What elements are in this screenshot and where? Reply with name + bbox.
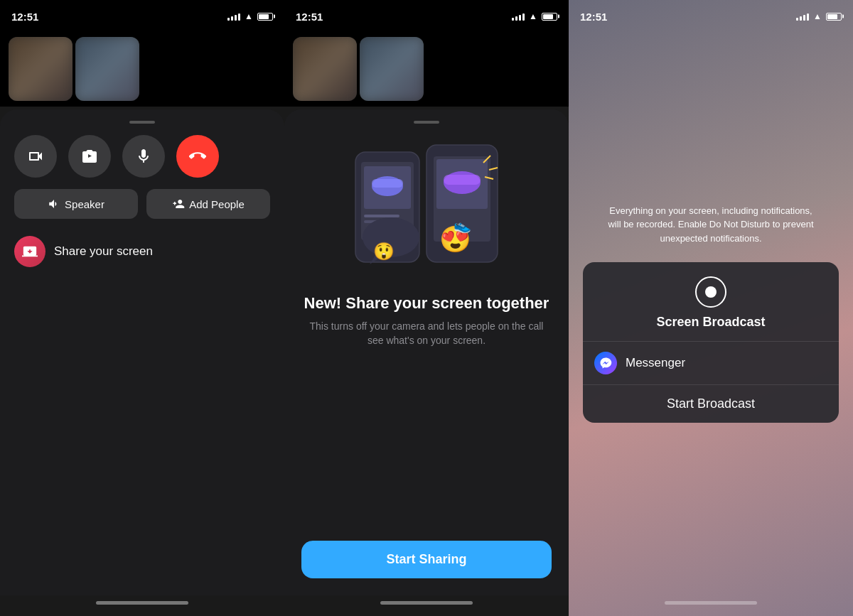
speaker-icon	[48, 198, 60, 210]
flip-camera-icon	[81, 148, 98, 165]
record-icon	[695, 276, 726, 308]
wifi-icon-3: ▲	[813, 11, 822, 21]
screen-broadcast-label: Screen Broadcast	[656, 315, 765, 330]
drag-handle	[129, 121, 155, 124]
thumbnail-1	[9, 37, 73, 101]
signal-icon-3	[796, 12, 809, 21]
add-people-label: Add People	[189, 198, 245, 210]
add-people-icon	[172, 198, 185, 210]
end-call-icon	[189, 148, 206, 165]
video-icon	[27, 148, 44, 165]
speaker-label: Speaker	[65, 198, 104, 210]
share-screen-label: Share your screen	[54, 244, 153, 259]
video-thumbnails-2	[284, 31, 569, 107]
home-indicator-3	[569, 595, 853, 616]
status-icons-2: ▲	[512, 11, 557, 21]
share-icon	[22, 244, 38, 259]
messenger-label: Messenger	[626, 356, 685, 370]
svg-rect-11	[444, 175, 481, 185]
share-screen-row[interactable]: Share your screen	[14, 230, 270, 273]
broadcast-content: Everything on your screen, including not…	[569, 31, 853, 595]
signal-icon	[227, 12, 240, 21]
svg-text:👟: 👟	[454, 217, 471, 234]
drag-handle-2	[414, 121, 439, 124]
microphone-icon	[135, 148, 152, 165]
time-2: 12:51	[296, 11, 323, 23]
messenger-logo-icon	[599, 357, 612, 369]
broadcast-menu: Screen Broadcast Messenger Start Broadca…	[583, 262, 839, 423]
status-bar-2: 12:51 ▲	[284, 0, 569, 31]
share-title: New! Share your screen together	[304, 294, 549, 313]
broadcast-info-text: Everything on your screen, including not…	[583, 204, 839, 246]
action-buttons-row: Speaker Add People	[14, 189, 270, 219]
svg-rect-4	[372, 179, 403, 188]
status-bar-1: 12:51 ▲	[0, 0, 284, 31]
home-indicator-1	[0, 595, 284, 616]
video-button[interactable]	[14, 135, 57, 178]
status-bar-3: 12:51 ▲	[569, 0, 853, 31]
flip-camera-button[interactable]	[68, 135, 111, 178]
messenger-icon	[594, 352, 617, 374]
thumbnail-2	[75, 37, 139, 101]
messenger-item[interactable]: Messenger	[583, 342, 839, 385]
panel-2: 12:51 ▲	[284, 0, 569, 616]
battery-icon	[257, 13, 273, 21]
add-people-button[interactable]: Add People	[146, 189, 270, 219]
thumbnail-4	[360, 37, 424, 101]
start-sharing-button[interactable]: Start Sharing	[301, 541, 552, 578]
wifi-icon: ▲	[245, 11, 253, 21]
signal-icon-2	[512, 12, 525, 21]
status-icons-3: ▲	[796, 11, 842, 21]
share-screen-icon	[14, 236, 45, 267]
end-call-button[interactable]	[176, 135, 219, 178]
thumbnail-3	[293, 37, 357, 101]
illustration-svg: 😍 😲 👟	[334, 138, 519, 280]
call-controls: Speaker Add People Share your screen	[0, 109, 284, 595]
wifi-icon-2: ▲	[529, 11, 537, 21]
share-screen-content: 😍 😲 👟 New! Share your screen together Th…	[284, 109, 569, 595]
record-dot	[705, 286, 717, 298]
time-3: 12:51	[580, 11, 607, 23]
svg-rect-5	[364, 215, 399, 217]
panel-3: 12:51 ▲ Everything on your screen, inclu…	[569, 0, 853, 616]
mute-button[interactable]	[122, 135, 165, 178]
start-broadcast-button[interactable]: Start Broadcast	[583, 385, 839, 423]
battery-icon-3	[826, 13, 842, 21]
screen-broadcast-item[interactable]: Screen Broadcast	[583, 262, 839, 342]
panel-1: 12:51 ▲	[0, 0, 284, 616]
call-buttons-row	[14, 135, 270, 178]
home-indicator-2	[284, 595, 569, 616]
share-subtitle: This turns off your camera and lets peop…	[301, 320, 552, 347]
time-1: 12:51	[11, 11, 38, 23]
screen-share-illustration: 😍 😲 👟	[334, 138, 519, 280]
svg-text:😲: 😲	[373, 241, 395, 261]
battery-icon-2	[542, 13, 557, 21]
speaker-button[interactable]: Speaker	[14, 189, 138, 219]
status-icons-1: ▲	[227, 11, 273, 21]
video-thumbnails-1	[0, 31, 284, 107]
